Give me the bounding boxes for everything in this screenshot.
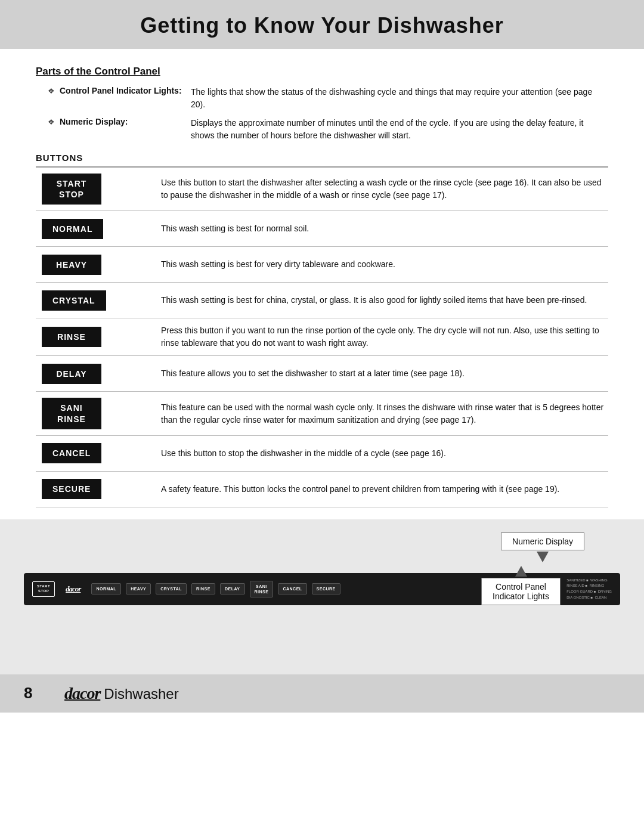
button-row-delay: DELAYThis feature allows you to set the … (36, 356, 608, 392)
diagram-area: Numeric Display STARTSTOP dacor NORMAL H… (0, 519, 644, 674)
button-desc-rinse: Press this button if you want to run the… (143, 324, 608, 349)
button-badge-heavy[interactable]: HEAVY (42, 255, 101, 275)
desc-indicator: The lights that show the status of the d… (191, 86, 608, 111)
cp-indicator-arrow (515, 566, 527, 577)
button-label-col-secure: SECURE (36, 479, 143, 499)
footer-brand: dacor (64, 684, 100, 703)
cp-btn-rinse: RINSE (191, 583, 215, 594)
cp-logo: dacor (66, 584, 80, 594)
button-row-sani-rinse: SANIRINSEThis feature can be used with t… (36, 392, 608, 435)
desc-numeric: Displays the approximate number of minut… (191, 117, 608, 142)
page-header: Getting to Know Your Dishwasher (0, 0, 644, 49)
button-badge-normal[interactable]: NORMAL (42, 219, 103, 239)
cp-btn-sani-rinse: SANIRINSE (250, 581, 274, 597)
definition-item-numeric: ❖ Numeric Display: Displays the approxim… (48, 117, 608, 142)
bullet-indicator: ❖ (48, 86, 55, 95)
footer-product: Dishwasher (104, 686, 178, 702)
numeric-display-callout: Numeric Display (501, 532, 584, 562)
button-badge-crystal[interactable]: CRYSTAL (42, 290, 106, 311)
cp-indicators: SANITIZED ■ WASHING RINSE AID ■ RINSING … (566, 578, 612, 600)
section-heading: Parts of the Control Panel (36, 66, 608, 78)
footer-page-number: 8 (24, 684, 48, 702)
cp-btn-heavy: HEAVY (126, 583, 151, 594)
button-row-cancel: CANCELUse this button to stop the dishwa… (36, 436, 608, 472)
button-label-col-start-stop: STARTSTOP (36, 174, 143, 205)
button-badge-start-stop[interactable]: STARTSTOP (42, 174, 101, 205)
page-title: Getting to Know Your Dishwasher (24, 13, 620, 38)
cp-btn-start-stop: STARTSTOP (32, 581, 55, 597)
main-content: Parts of the Control Panel ❖ Control Pan… (0, 49, 644, 519)
cp-btn-crystal: CRYSTAL (156, 583, 187, 594)
footer-brand-text: dacor (64, 684, 100, 702)
numeric-display-label: Numeric Display (501, 532, 584, 550)
button-label-col-delay: DELAY (36, 364, 143, 384)
button-badge-sani-rinse[interactable]: SANIRINSE (42, 398, 101, 429)
button-desc-delay: This feature allows you to set the dishw… (143, 367, 608, 380)
button-badge-rinse[interactable]: RINSE (42, 327, 101, 347)
button-desc-crystal: This wash setting is best for china, cry… (143, 294, 608, 306)
button-desc-normal: This wash setting is best for normal soi… (143, 222, 608, 235)
button-desc-cancel: Use this button to stop the dishwasher i… (143, 447, 608, 460)
button-badge-delay[interactable]: DELAY (42, 364, 101, 384)
button-label-col-normal: NORMAL (36, 219, 143, 239)
button-row-normal: NORMALThis wash setting is best for norm… (36, 211, 608, 247)
cp-btn-delay: DELAY (220, 583, 245, 594)
cp-btn-secure: SECURE (312, 583, 340, 594)
button-label-col-sani-rinse: SANIRINSE (36, 398, 143, 429)
footer-logo-area: dacor Dishwasher (58, 684, 179, 703)
definition-item-indicator: ❖ Control Panel Indicator Lights: The li… (48, 86, 608, 111)
definition-list: ❖ Control Panel Indicator Lights: The li… (48, 86, 608, 142)
button-row-crystal: CRYSTALThis wash setting is best for chi… (36, 283, 608, 318)
buttons-heading: BUTTONS (36, 153, 608, 168)
numeric-display-arrow (537, 552, 549, 562)
button-label-col-cancel: CANCEL (36, 443, 143, 463)
button-label-col-heavy: HEAVY (36, 255, 143, 275)
button-row-rinse: RINSEPress this button if you want to ru… (36, 318, 608, 356)
term-indicator: Control Panel Indicator Lights: (60, 86, 191, 95)
button-desc-sani-rinse: This feature can be used with the normal… (143, 401, 608, 426)
cp-indicator-label: Control PanelIndicator Lights (481, 578, 561, 605)
cp-btn-cancel: CANCEL (278, 583, 306, 594)
button-row-start-stop: STARTSTOPUse this button to start the di… (36, 168, 608, 211)
button-desc-start-stop: Use this button to start the dishwasher … (143, 176, 608, 202)
bullet-numeric: ❖ (48, 117, 55, 126)
button-desc-secure: A safety feature. This button locks the … (143, 483, 608, 496)
button-label-col-rinse: RINSE (36, 327, 143, 347)
button-row-secure: SECUREA safety feature. This button lock… (36, 472, 608, 507)
cp-btn-normal: NORMAL (91, 583, 121, 594)
button-desc-heavy: This wash setting is best for very dirty… (143, 258, 608, 271)
button-badge-cancel[interactable]: CANCEL (42, 443, 101, 463)
page-footer: 8 dacor Dishwasher (0, 674, 644, 713)
button-label-col-crystal: CRYSTAL (36, 290, 143, 311)
term-numeric: Numeric Display: (60, 117, 191, 126)
button-badge-secure[interactable]: SECURE (42, 479, 101, 499)
button-row-heavy: HEAVYThis wash setting is best for very … (36, 247, 608, 283)
button-rows: STARTSTOPUse this button to start the di… (36, 168, 608, 507)
